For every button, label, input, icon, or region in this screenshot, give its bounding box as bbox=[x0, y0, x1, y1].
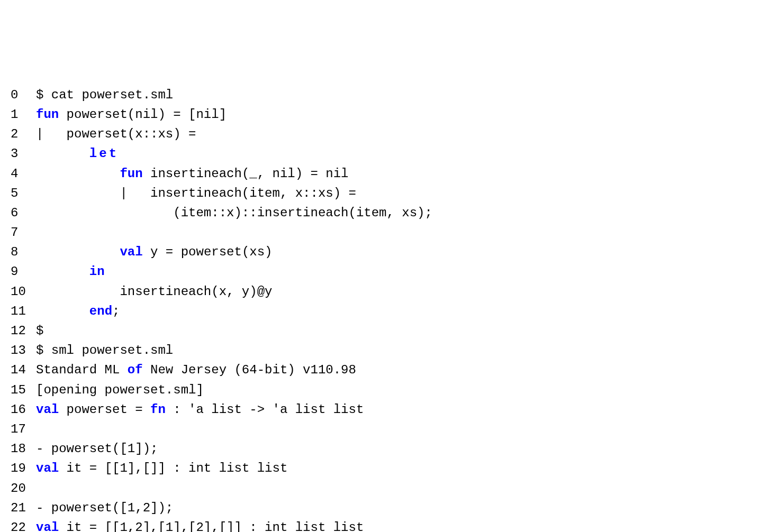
text-token bbox=[36, 146, 89, 161]
line-number: 14 bbox=[11, 360, 36, 380]
keyword-token: val bbox=[120, 245, 142, 259]
keyword-token: val bbox=[36, 461, 59, 475]
code-line: 8 val y = powerset(xs) bbox=[11, 242, 767, 262]
code-line: 11 end; bbox=[11, 301, 767, 321]
line-content: val powerset = fn : 'a list -> 'a list l… bbox=[36, 400, 364, 419]
line-number: 9 bbox=[11, 262, 36, 281]
line-content: val it = [[1],[]] : int list list bbox=[36, 458, 287, 478]
code-line: 22val it = [[1,2],[1],[2],[]] : int list… bbox=[11, 518, 767, 532]
code-line: 1fun powerset(nil) = [nil] bbox=[11, 105, 767, 124]
text-token: $ bbox=[36, 324, 43, 338]
line-content: - powerset([1]); bbox=[36, 439, 158, 458]
text-token: y = powerset(xs) bbox=[143, 245, 273, 259]
line-content: | insertineach(item, x::xs) = bbox=[36, 184, 356, 203]
code-line: 14Standard ML of New Jersey (64-bit) v11… bbox=[11, 360, 767, 380]
keyword-token: fun bbox=[36, 107, 59, 122]
text-token: | insertineach(item, x::xs) = bbox=[36, 186, 356, 200]
line-content: $ sml powerset.sml bbox=[36, 341, 173, 360]
code-line: 5 | insertineach(item, x::xs) = bbox=[11, 184, 767, 203]
line-content: fun insertineach(_, nil) = nil bbox=[36, 164, 349, 184]
line-number: 18 bbox=[11, 439, 36, 458]
text-token: powerset = bbox=[59, 402, 150, 417]
text-token: it = [[1],[]] : int list list bbox=[59, 461, 287, 475]
text-token bbox=[36, 264, 89, 279]
line-number: 22 bbox=[11, 518, 36, 532]
line-content: (item::x)::insertineach(item, xs); bbox=[36, 203, 432, 223]
text-token bbox=[36, 167, 120, 181]
line-content: - powerset([1,2]); bbox=[36, 498, 173, 518]
line-number: 8 bbox=[11, 242, 36, 262]
line-content: $ cat powerset.sml bbox=[36, 85, 173, 105]
line-content: | powerset(x::xs) = bbox=[36, 124, 196, 144]
code-line: 12$ bbox=[11, 321, 767, 341]
text-token bbox=[36, 304, 89, 318]
keyword-token: in bbox=[89, 264, 105, 279]
code-line: 4 fun insertineach(_, nil) = nil bbox=[11, 164, 767, 184]
keyword-token: end bbox=[89, 304, 112, 318]
keyword-token: fn bbox=[150, 402, 166, 417]
line-content: end; bbox=[36, 301, 120, 321]
text-token: New Jersey (64-bit) v110.98 bbox=[143, 363, 356, 377]
code-line: 7 bbox=[11, 223, 767, 242]
text-token bbox=[36, 245, 120, 259]
code-line: 0$ cat powerset.sml bbox=[11, 85, 767, 105]
code-listing: 0$ cat powerset.sml1fun powerset(nil) = … bbox=[11, 85, 767, 532]
code-line: 16val powerset = fn : 'a list -> 'a list… bbox=[11, 400, 767, 419]
line-number: 13 bbox=[11, 341, 36, 360]
code-line: 9 in bbox=[11, 262, 767, 281]
text-token: ; bbox=[112, 304, 120, 318]
text-token: : 'a list -> 'a list list bbox=[166, 402, 364, 417]
code-line: 13$ sml powerset.sml bbox=[11, 341, 767, 360]
text-token: insertineach(x, y)@y bbox=[36, 285, 272, 299]
code-line: 10 insertineach(x, y)@y bbox=[11, 282, 767, 301]
line-number: 21 bbox=[11, 498, 36, 518]
keyword-token: val bbox=[36, 520, 59, 532]
code-line: 21- powerset([1,2]); bbox=[11, 498, 767, 518]
keyword-token: let bbox=[89, 146, 119, 161]
line-content: val y = powerset(xs) bbox=[36, 242, 273, 262]
line-content: fun powerset(nil) = [nil] bbox=[36, 105, 227, 124]
code-line: 17 bbox=[11, 419, 767, 439]
code-line: 3 let bbox=[11, 144, 767, 163]
text-token: $ cat powerset.sml bbox=[36, 88, 173, 102]
line-number: 2 bbox=[11, 124, 36, 144]
code-line: 2| powerset(x::xs) = bbox=[11, 124, 767, 144]
line-content: let bbox=[36, 144, 119, 163]
code-line: 20 bbox=[11, 479, 767, 498]
line-number: 15 bbox=[11, 380, 36, 400]
text-token: - powerset([1]); bbox=[36, 442, 158, 456]
text-token: $ sml powerset.sml bbox=[36, 343, 173, 357]
text-token: Standard ML bbox=[36, 363, 128, 377]
line-number: 10 bbox=[11, 282, 36, 301]
line-content: [opening powerset.sml] bbox=[36, 380, 204, 400]
line-number: 5 bbox=[11, 184, 36, 203]
line-number: 19 bbox=[11, 458, 36, 478]
text-token: | powerset(x::xs) = bbox=[36, 127, 196, 141]
text-token: powerset(nil) = [nil] bbox=[59, 107, 227, 122]
line-number: 0 bbox=[11, 85, 36, 105]
line-number: 11 bbox=[11, 301, 36, 321]
text-token: insertineach(_, nil) = nil bbox=[143, 167, 349, 181]
line-content: val it = [[1,2],[1],[2],[]] : int list l… bbox=[36, 518, 364, 532]
line-number: 3 bbox=[11, 144, 36, 163]
keyword-token: of bbox=[128, 363, 143, 377]
line-number: 1 bbox=[11, 105, 36, 124]
text-token: [opening powerset.sml] bbox=[36, 383, 204, 397]
line-number: 7 bbox=[11, 223, 36, 242]
keyword-token: fun bbox=[120, 167, 142, 181]
line-number: 4 bbox=[11, 164, 36, 184]
line-number: 12 bbox=[11, 321, 36, 341]
line-content: Standard ML of New Jersey (64-bit) v110.… bbox=[36, 360, 356, 380]
line-content: $ bbox=[36, 321, 43, 341]
code-line: 19val it = [[1],[]] : int list list bbox=[11, 458, 767, 478]
line-content: in bbox=[36, 262, 105, 281]
text-token: (item::x)::insertineach(item, xs); bbox=[36, 206, 432, 220]
text-token: it = [[1,2],[1],[2],[]] : int list list bbox=[59, 520, 364, 532]
code-line: 6 (item::x)::insertineach(item, xs); bbox=[11, 203, 767, 223]
line-content: insertineach(x, y)@y bbox=[36, 282, 272, 301]
line-number: 20 bbox=[11, 479, 36, 498]
line-number: 6 bbox=[11, 203, 36, 223]
line-number: 16 bbox=[11, 400, 36, 419]
keyword-token: val bbox=[36, 402, 59, 417]
code-line: 15[opening powerset.sml] bbox=[11, 380, 767, 400]
